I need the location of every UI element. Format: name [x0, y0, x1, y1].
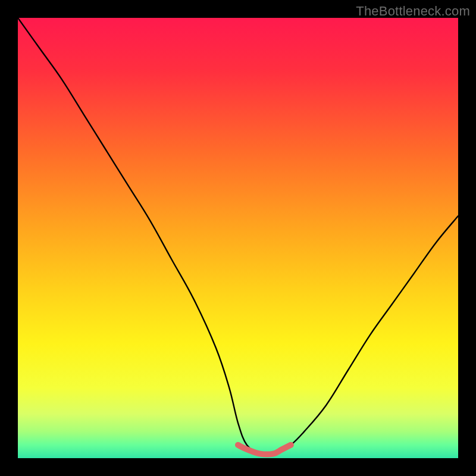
plot-svg: [18, 18, 458, 458]
watermark-text: TheBottleneck.com: [356, 4, 470, 19]
plot-area: [18, 18, 458, 458]
chart-frame: TheBottleneck.com: [0, 0, 476, 476]
gradient-background: [18, 18, 458, 458]
